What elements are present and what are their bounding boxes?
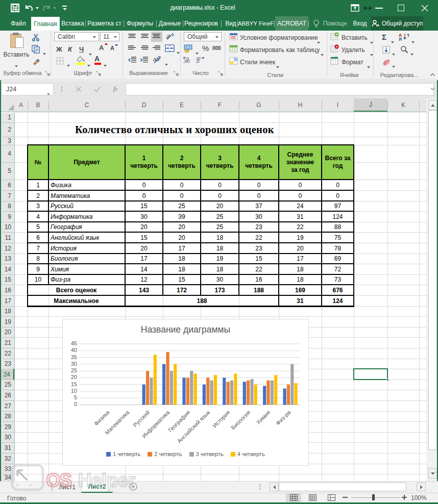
svg-text:×: ×	[335, 44, 338, 49]
svg-text:Helper: Helper	[78, 470, 135, 491]
svg-text:,00: ,00	[196, 57, 201, 60]
svg-text:+: +	[335, 32, 338, 37]
svg-text:0: 0	[187, 57, 189, 60]
svg-text:Я: Я	[399, 37, 402, 41]
svg-text:ab: ab	[166, 33, 172, 40]
svg-text:OS: OS	[46, 470, 71, 491]
